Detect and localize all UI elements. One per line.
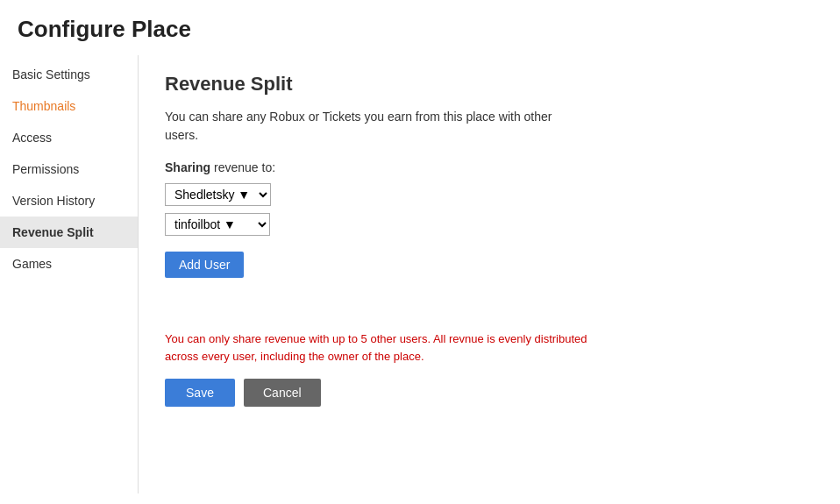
add-user-button[interactable]: Add User xyxy=(165,252,244,278)
sidebar-item-permissions[interactable]: Permissions xyxy=(0,153,138,185)
cancel-button[interactable]: Cancel xyxy=(244,379,321,407)
user-row-2: tinfoilbot ▼ Shedletsky xyxy=(165,213,814,236)
section-title: Revenue Split xyxy=(165,73,814,96)
main-content: Revenue Split You can share any Robux or… xyxy=(139,55,840,493)
warning-text: You can only share revenue with up to 5 … xyxy=(165,330,621,365)
sidebar-item-games[interactable]: Games xyxy=(0,248,138,280)
sidebar-item-basic-settings[interactable]: Basic Settings xyxy=(0,59,138,90)
description: You can share any Robux or Tickets you e… xyxy=(165,108,603,145)
sidebar: Basic Settings Thumbnails Access Permiss… xyxy=(0,55,139,493)
sidebar-item-access[interactable]: Access xyxy=(0,122,138,153)
sharing-label: Sharing revenue to: xyxy=(165,160,814,174)
user-select-1[interactable]: Shedletsky ▼ tinfoilbot xyxy=(165,183,271,206)
action-buttons: Save Cancel xyxy=(165,379,814,407)
sidebar-item-revenue-split[interactable]: Revenue Split xyxy=(0,217,138,248)
save-button[interactable]: Save xyxy=(165,379,235,407)
user-select-2[interactable]: tinfoilbot ▼ Shedletsky xyxy=(165,213,270,236)
sidebar-item-thumbnails[interactable]: Thumbnails xyxy=(0,90,138,122)
user-row-1: Shedletsky ▼ tinfoilbot xyxy=(165,183,814,206)
page-title: Configure Place xyxy=(0,0,840,55)
sidebar-item-version-history[interactable]: Version History xyxy=(0,185,138,217)
